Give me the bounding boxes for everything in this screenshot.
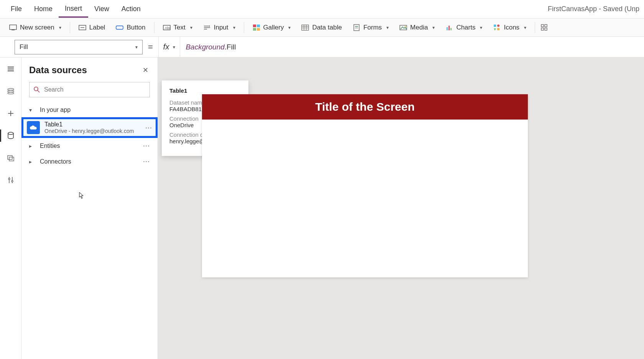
chevron-down-icon: ▾ <box>432 25 435 30</box>
svg-point-10 <box>209 25 210 26</box>
svg-rect-46 <box>9 157 14 161</box>
divider <box>535 22 535 33</box>
icons-button[interactable]: Icons ▾ <box>488 21 531 34</box>
svg-rect-1 <box>12 30 15 30</box>
svg-rect-33 <box>545 25 547 27</box>
divider <box>244 22 244 33</box>
canvas-area[interactable]: Table1 Dataset name FA4BADB8183CF7B8!122… <box>158 57 644 359</box>
label-button[interactable]: Label <box>74 21 110 34</box>
data-table-icon <box>301 24 309 31</box>
grid-icon <box>540 24 548 31</box>
svg-rect-45 <box>8 156 12 159</box>
data-icon[interactable] <box>5 130 17 142</box>
svg-rect-13 <box>253 28 256 31</box>
gallery-icon <box>253 24 260 31</box>
forms-label: Forms <box>363 24 382 31</box>
left-rail <box>0 57 21 359</box>
svg-text:Abc: Abc <box>165 26 171 30</box>
button-icon <box>116 24 123 31</box>
forms-button[interactable]: Forms ▾ <box>348 21 393 34</box>
svg-point-44 <box>8 132 13 134</box>
media-label: Media <box>410 24 428 31</box>
advanced-tools-icon[interactable] <box>5 174 17 186</box>
svg-rect-25 <box>447 27 448 30</box>
svg-rect-32 <box>541 25 544 27</box>
app-title: FirstCanvasApp - Saved (Unp <box>548 5 639 13</box>
section-entities[interactable]: ▸ Entities ··· <box>21 138 158 154</box>
new-screen-button[interactable]: New screen ▾ <box>5 21 66 34</box>
divider <box>154 22 154 33</box>
data-source-name: Table1 <box>44 121 134 128</box>
media-rail-icon[interactable] <box>5 152 17 164</box>
fx-label: fx <box>163 43 169 51</box>
fx-button[interactable]: fx ▾ <box>158 37 181 57</box>
svg-point-24 <box>405 26 406 27</box>
divider <box>70 22 70 33</box>
data-sources-panel: Data sources ✕ ▾ In your app Table1 OneD… <box>21 57 158 359</box>
more-controls-button[interactable] <box>539 21 550 34</box>
panel-title: Data sources <box>29 65 87 75</box>
chevron-down-icon: ▾ <box>480 25 482 30</box>
media-icon <box>399 24 407 31</box>
button-button[interactable]: Button <box>111 21 150 34</box>
section-label: In your app <box>40 107 71 113</box>
svg-line-52 <box>38 90 39 92</box>
close-icon[interactable]: ✕ <box>141 64 150 76</box>
chevron-down-icon: ▾ <box>386 25 389 30</box>
main-area: Data sources ✕ ▾ In your app Table1 OneD… <box>0 57 644 359</box>
svg-rect-12 <box>257 25 260 27</box>
chevron-down-icon: ▾ <box>173 44 175 50</box>
equals-sign: = <box>148 42 153 52</box>
data-source-item-table1[interactable]: Table1 OneDrive - henry.legge@outlook.co… <box>21 117 158 138</box>
app-canvas[interactable]: Title of the Screen <box>202 94 528 277</box>
charts-label: Charts <box>456 24 475 31</box>
property-value: Fill <box>20 43 28 51</box>
section-in-your-app[interactable]: ▾ In your app <box>21 103 158 117</box>
section-label: Entities <box>40 143 60 149</box>
data-table-button[interactable]: Data table <box>297 21 347 34</box>
media-button[interactable]: Media ▾ <box>395 21 439 34</box>
more-icon[interactable]: ··· <box>145 124 152 132</box>
tab-insert[interactable]: Insert <box>59 1 88 18</box>
tab-file[interactable]: File <box>5 1 28 17</box>
search-box[interactable] <box>29 82 150 97</box>
svg-rect-15 <box>302 25 309 30</box>
gallery-button[interactable]: Gallery ▾ <box>248 21 296 34</box>
svg-point-29 <box>497 25 499 27</box>
chevron-down-icon: ▾ <box>190 25 192 30</box>
search-input[interactable] <box>44 86 146 93</box>
svg-rect-28 <box>494 25 496 27</box>
svg-point-41 <box>8 92 14 94</box>
icons-icon <box>493 24 501 31</box>
tab-view[interactable]: View <box>88 1 115 17</box>
more-icon[interactable]: ··· <box>143 157 150 166</box>
svg-point-50 <box>12 180 13 182</box>
text-button[interactable]: Abc Text ▾ <box>158 21 197 34</box>
button-label: Button <box>127 24 145 31</box>
insert-icon[interactable] <box>5 107 17 120</box>
input-button[interactable]: Input ▾ <box>199 21 240 34</box>
ribbon: New screen ▾ Label Button Abc Text ▾ Inp… <box>0 18 644 37</box>
tab-home[interactable]: Home <box>28 1 59 17</box>
tab-action[interactable]: Action <box>115 1 147 17</box>
charts-button[interactable]: Charts ▾ <box>441 21 487 34</box>
tree-view-icon[interactable] <box>5 85 17 97</box>
more-icon[interactable]: ··· <box>143 142 150 150</box>
chevron-down-icon: ▾ <box>135 44 138 50</box>
hamburger-icon[interactable] <box>5 63 17 75</box>
formula-token-object: Background <box>186 43 224 51</box>
icons-label: Icons <box>504 24 519 31</box>
svg-rect-4 <box>116 26 123 29</box>
svg-rect-20 <box>354 25 359 31</box>
formula-input[interactable]: Background.Fill <box>180 43 644 51</box>
svg-point-40 <box>8 90 14 92</box>
menu-bar: File Home Insert View Action FirstCanvas… <box>0 0 644 18</box>
screen-title-bar[interactable]: Title of the Screen <box>202 94 528 120</box>
svg-point-51 <box>34 87 38 91</box>
svg-rect-31 <box>497 28 499 30</box>
property-dropdown[interactable]: Fill ▾ <box>15 40 143 54</box>
section-connectors[interactable]: ▸ Connectors ··· <box>21 154 158 169</box>
new-screen-label: New screen <box>20 24 54 31</box>
formula-token-prop: .Fill <box>225 43 236 51</box>
chevron-right-icon: ▸ <box>29 143 34 149</box>
